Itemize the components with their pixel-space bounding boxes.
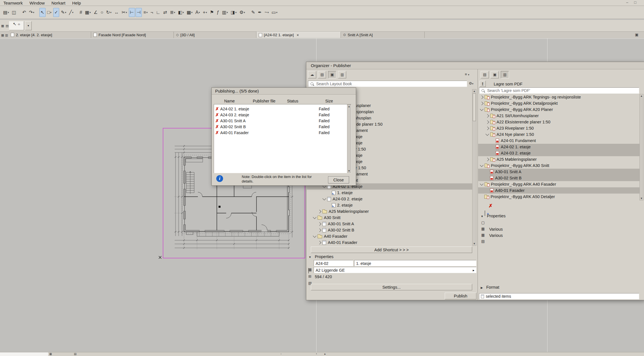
grid-display-icon[interactable]: # <box>78 8 83 17</box>
publisher-sets-icon[interactable]: ▥ <box>501 71 509 78</box>
spline-tool-icon[interactable]: ~▾ <box>263 8 270 17</box>
expander-icon[interactable] <box>318 241 321 245</box>
tree-item[interactable]: A24 Nye planer 1:50 <box>478 131 639 138</box>
tab-a24-02[interactable]: [A24-02 1. etasje] × <box>256 32 341 38</box>
publishing-row[interactable]: ✗A24-02 1. etasjeFailed <box>214 106 351 112</box>
tab-overview-icon[interactable]: ▣ <box>635 33 638 37</box>
tree-item[interactable]: Prosjektnr_-Bygg ARK A40 Fasader <box>478 181 639 187</box>
tree-item[interactable]: Prosjektnr_-Bygg ARK Tegnings- og revisj… <box>478 94 639 100</box>
scroll-down-icon[interactable]: ▼ <box>640 197 643 200</box>
search-options-gear-icon[interactable]: ⚙▾ <box>469 81 473 85</box>
column-header-publisher-file[interactable]: Publisher file <box>253 99 275 103</box>
left-tree-scrollbar[interactable]: ▲ ▼ <box>472 89 476 246</box>
view-map-icon[interactable]: ▤ <box>481 71 489 78</box>
expander-icon[interactable] <box>485 114 489 118</box>
tree-item[interactable]: 1. etasje <box>307 190 472 196</box>
master-layout-field[interactable]: A2 Liggende GE ▸ <box>314 267 476 273</box>
fill-tool-icon[interactable]: ◧▾ <box>177 8 185 17</box>
close-tab-icon[interactable]: × <box>297 33 299 37</box>
expander-icon[interactable] <box>318 210 321 213</box>
eraser-icon[interactable]: ◫ <box>11 8 17 17</box>
grid-small-icon[interactable]: ▦ <box>1 24 4 28</box>
right-tree-scrollbar[interactable]: ▲ ▼ <box>639 94 643 200</box>
tab-3d[interactable]: ◇ [3D / All] <box>174 32 256 38</box>
publisher-sets-icon[interactable]: ▥ <box>338 71 346 78</box>
tree-item[interactable]: A24-03 2. etasje <box>307 196 472 202</box>
tree-item[interactable]: Prosjektnr_-Bygg ARK Detaljprosjekt <box>478 100 639 106</box>
publisher-search[interactable]: Search 'Lagre som PDF' <box>479 87 639 94</box>
distribute-icon[interactable]: ≡▾ <box>142 8 149 17</box>
scroll-up-icon[interactable]: ▲ <box>472 89 476 93</box>
tree-item[interactable]: A22 Eksisterende planer 1:50 <box>478 119 639 125</box>
tree-item[interactable]: A24-01 Fundament <box>478 138 639 144</box>
tree-item[interactable]: 2. etasje <box>307 202 472 208</box>
field-expand-icon[interactable]: ▸ <box>473 267 474 273</box>
expander-icon[interactable] <box>485 126 489 130</box>
tab-2-etasje[interactable]: 2. etasje [4. 2. etasje] <box>8 32 91 38</box>
layout-book-search[interactable]: Search Layout Book <box>308 81 467 87</box>
expander-icon[interactable] <box>485 158 489 161</box>
organizer-title-bar[interactable]: Organizer - Publisher <box>306 62 644 69</box>
dimension-tool-icon[interactable]: +▾ <box>202 8 208 17</box>
delete-item-icon[interactable]: ✗ <box>489 203 493 209</box>
scroll-up-icon[interactable]: ▲ <box>640 94 643 98</box>
origin-marker-icon[interactable]: ▫ <box>281 352 282 355</box>
marquee-tool-icon[interactable]: □▾ <box>46 8 53 17</box>
tab-snitt-a[interactable]: ⊙ Snitt A [Snitt A] <box>341 32 425 38</box>
settings-button[interactable]: Settings... <box>311 284 472 290</box>
close-button[interactable]: Close <box>328 176 349 183</box>
flag-tool-icon[interactable]: ⚑ <box>209 8 215 17</box>
menu-help[interactable]: Help <box>69 0 84 6</box>
up-one-level-icon[interactable]: ↥ <box>480 81 486 87</box>
tree-item[interactable]: Prosjektnr_-Bygg ARK A20 Planer <box>478 106 639 113</box>
publishing-row[interactable]: ✗A30-02 Snitt BFailed <box>214 124 351 130</box>
right-properties-header[interactable]: ▼ Properties <box>481 214 506 218</box>
scroll-up-icon[interactable]: ▲ <box>347 105 351 108</box>
arrow-tool-icon[interactable]: ↖ <box>39 8 45 17</box>
expander-icon[interactable] <box>318 228 321 232</box>
snap-point-icon[interactable]: ○ <box>99 8 104 17</box>
expander-icon[interactable] <box>485 132 489 136</box>
publishing-row[interactable]: ✗A40-01 FasaderFailed <box>214 130 351 136</box>
tree-item[interactable]: A24-02 1. etasje <box>478 144 639 150</box>
tree-item[interactable]: A30-01 Snitt A <box>307 221 472 227</box>
tree-item[interactable]: A24-03 2. etasje <box>478 150 639 156</box>
tree-item[interactable]: A40-01 Fasader <box>307 239 472 246</box>
mirror-tool-icon[interactable]: ↔ <box>113 8 120 17</box>
grid-flat-icon[interactable]: ▤ <box>6 24 8 28</box>
expander-icon[interactable] <box>313 215 316 219</box>
column-header-status[interactable]: Status <box>287 99 298 103</box>
tree-item[interactable]: A30-01 Snitt A <box>478 169 639 175</box>
hatch-tool-icon[interactable]: ▩▾ <box>185 8 194 17</box>
guide-right-icon[interactable]: ⊣ <box>136 8 142 17</box>
layout-book-icon[interactable]: ▣ <box>491 71 499 78</box>
tree-item[interactable]: A30-02 Snitt B <box>307 227 472 233</box>
tab-fasade-nord[interactable]: Fasade Nord [Fasade Nord] <box>91 32 174 38</box>
pencil-tool-icon[interactable]: ✎ <box>250 8 256 17</box>
section-display-icon[interactable]: ◨▾ <box>230 8 238 17</box>
format-header[interactable]: ▶ Format <box>481 285 499 289</box>
grid-toggle-icon[interactable]: ▦ <box>49 352 52 355</box>
clock-indicator-icon[interactable]: ◔ <box>315 352 317 355</box>
expander-icon[interactable] <box>485 120 489 124</box>
tree-item[interactable]: A30 Snitt <box>307 215 472 221</box>
settings-gear-icon[interactable]: ⚙▾ <box>238 8 246 17</box>
split-tool-icon[interactable]: ╱▾ <box>68 8 74 17</box>
tree-item[interactable]: A30-02 Snitt B <box>478 175 639 181</box>
stretch-tool-icon[interactable]: ⇄ <box>162 8 168 17</box>
layers-combo-icon[interactable]: ≣▾ <box>169 8 176 17</box>
menu-window[interactable]: Window <box>26 0 48 6</box>
arrow-head-combo-icon[interactable]: ▤▾ <box>2 8 10 17</box>
expander-icon[interactable] <box>480 182 483 186</box>
publishing-title-bar[interactable]: Publishing... (5/5 done) <box>212 88 356 95</box>
zone-tool-icon[interactable]: ▥▾ <box>221 8 229 17</box>
grid-snap-icon[interactable]: ▦▾ <box>84 8 92 17</box>
function-tool-icon[interactable]: ƒ <box>216 8 221 17</box>
tree-item[interactable]: Prosjektnr_-Bygg ARK A50 Detaljer <box>478 194 639 200</box>
tabbar-mini-1-icon[interactable]: ▦ <box>1 33 4 37</box>
tree-item[interactable]: A21 Sit/Utomhusplaner <box>478 113 639 119</box>
publish-scope-field[interactable]: selected items <box>479 293 639 299</box>
tool-dropdown-icon[interactable]: ▾ <box>25 21 32 30</box>
view-map-icon[interactable]: ▤ <box>318 71 326 78</box>
redo-icon[interactable]: ↷▾ <box>28 8 35 17</box>
